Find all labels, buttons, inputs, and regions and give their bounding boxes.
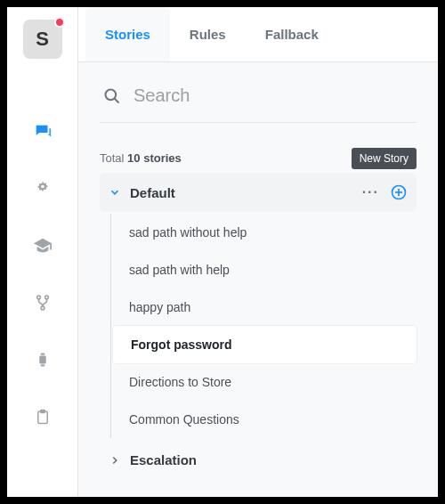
app-window: S Stories Rules Fallback bbox=[7, 7, 438, 497]
group-title: Escalation bbox=[130, 452, 408, 467]
tab-fallback[interactable]: Fallback bbox=[246, 7, 338, 61]
clipboard-icon bbox=[35, 408, 51, 426]
svg-point-2 bbox=[44, 296, 48, 299]
svg-point-1 bbox=[36, 296, 40, 299]
svg-point-9 bbox=[106, 89, 117, 100]
nav-watch[interactable] bbox=[32, 349, 53, 370]
total-text: Total 10 stories bbox=[100, 151, 182, 165]
svg-rect-6 bbox=[40, 364, 44, 366]
svg-point-0 bbox=[41, 185, 44, 189]
plus-circle-icon bbox=[390, 183, 408, 201]
total-count: 10 stories bbox=[127, 151, 182, 165]
svg-line-10 bbox=[115, 98, 119, 102]
svg-rect-5 bbox=[40, 354, 44, 355]
graduation-cap-icon bbox=[33, 236, 53, 256]
nav-education[interactable] bbox=[32, 235, 53, 256]
group-more-button[interactable]: ··· bbox=[362, 184, 379, 200]
group-header-escalation[interactable]: Escalation bbox=[100, 442, 417, 478]
story-item[interactable]: sad path without help bbox=[111, 214, 417, 251]
story-item[interactable]: happy path bbox=[111, 289, 417, 326]
svg-rect-8 bbox=[40, 411, 44, 413]
group-header-default[interactable]: New Story Default ··· bbox=[100, 173, 417, 212]
fork-icon bbox=[35, 295, 51, 311]
add-story-button[interactable] bbox=[390, 183, 408, 201]
chat-icon bbox=[33, 122, 53, 142]
story-item[interactable]: Common Questions bbox=[111, 401, 417, 438]
tab-rules[interactable]: Rules bbox=[170, 7, 246, 61]
nav-training[interactable] bbox=[32, 178, 53, 199]
svg-rect-4 bbox=[39, 356, 46, 364]
app-logo[interactable]: S bbox=[23, 20, 62, 59]
nav-clipboard[interactable] bbox=[32, 406, 53, 427]
tab-bar: Stories Rules Fallback bbox=[78, 7, 438, 62]
story-item-selected[interactable]: Forgot password bbox=[113, 326, 417, 363]
notification-dot-icon bbox=[54, 17, 65, 28]
nav-fork[interactable] bbox=[32, 292, 53, 313]
content-area: Total 10 stories New Story Default ··· s… bbox=[78, 62, 438, 497]
nav-conversations[interactable] bbox=[32, 121, 53, 142]
search-bar bbox=[100, 77, 417, 123]
group-title: Default bbox=[130, 185, 362, 200]
search-input[interactable] bbox=[134, 85, 417, 106]
story-item[interactable]: Directions to Store bbox=[111, 363, 417, 401]
main-panel: Stories Rules Fallback Total 10 stories bbox=[78, 7, 438, 497]
new-story-tooltip: New Story bbox=[352, 148, 417, 169]
tab-stories[interactable]: Stories bbox=[85, 7, 170, 61]
story-item[interactable]: sad path with help bbox=[111, 251, 417, 289]
search-icon bbox=[103, 87, 121, 105]
total-prefix: Total bbox=[100, 151, 127, 165]
logo-letter: S bbox=[36, 28, 49, 51]
svg-point-3 bbox=[41, 306, 44, 310]
story-list: sad path without help sad path with help… bbox=[110, 214, 417, 438]
watch-icon bbox=[35, 351, 51, 369]
chevron-right-icon bbox=[109, 454, 121, 467]
sidebar: S bbox=[7, 7, 78, 497]
chevron-down-icon bbox=[109, 186, 121, 199]
gear-person-icon bbox=[34, 180, 52, 198]
